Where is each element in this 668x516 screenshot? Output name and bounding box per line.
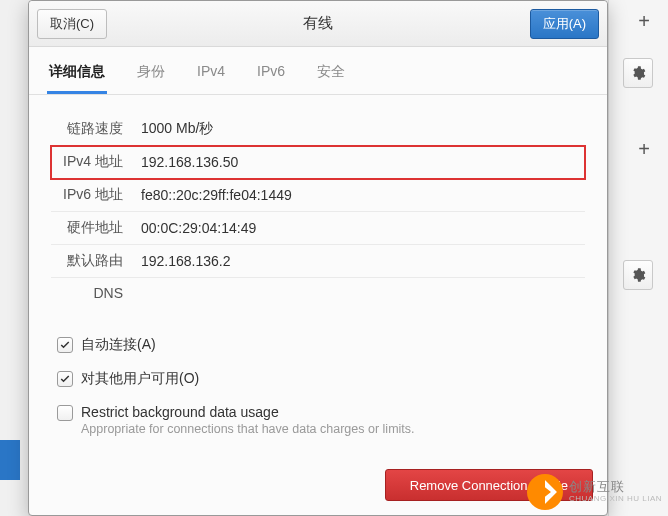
watermark-text: 创新互联 CHUANG XIN HU LIAN — [569, 480, 662, 503]
row-ipv4: IPv4 地址 192.168.136.50 — [51, 146, 585, 179]
gear-icon — [630, 267, 646, 283]
plus-icon[interactable]: + — [638, 10, 650, 33]
apply-button[interactable]: 应用(A) — [530, 9, 599, 39]
label-ipv6: IPv6 地址 — [51, 179, 129, 212]
checkbox-checked-icon[interactable] — [57, 337, 73, 353]
label-mac: 硬件地址 — [51, 212, 129, 245]
watermark: 创新互联 CHUANG XIN HU LIAN — [527, 474, 662, 510]
checkbox-checked-icon[interactable] — [57, 371, 73, 387]
gear-button-1[interactable] — [623, 58, 653, 88]
details-table: 链路速度 1000 Mb/秒 IPv4 地址 192.168.136.50 IP… — [51, 113, 585, 308]
label-link-speed: 链路速度 — [51, 113, 129, 146]
value-mac: 00:0C:29:04:14:49 — [129, 212, 585, 245]
label-dns: DNS — [51, 278, 129, 309]
titlebar: 取消(C) 有线 应用(A) — [29, 1, 607, 47]
option-auto-connect[interactable]: 自动连接(A) — [57, 336, 585, 354]
tab-security[interactable]: 安全 — [315, 57, 347, 94]
tab-bar: 详细信息 身份 IPv4 IPv6 安全 — [29, 47, 607, 95]
label-gateway: 默认路由 — [51, 245, 129, 278]
restrict-subtitle: Appropriate for connections that have da… — [81, 422, 415, 436]
value-ipv4: 192.168.136.50 — [129, 146, 585, 179]
value-ipv6: fe80::20c:29ff:fe04:1449 — [129, 179, 585, 212]
row-link-speed: 链路速度 1000 Mb/秒 — [51, 113, 585, 146]
option-available-all[interactable]: 对其他用户可用(O) — [57, 370, 585, 388]
tab-identity[interactable]: 身份 — [135, 57, 167, 94]
row-gateway: 默认路由 192.168.136.2 — [51, 245, 585, 278]
auto-connect-label: 自动连接(A) — [81, 336, 156, 354]
value-dns — [129, 278, 585, 309]
content-area: 链路速度 1000 Mb/秒 IPv4 地址 192.168.136.50 IP… — [29, 95, 607, 459]
cancel-button[interactable]: 取消(C) — [37, 9, 107, 39]
row-dns: DNS — [51, 278, 585, 309]
tab-ipv6[interactable]: IPv6 — [255, 57, 287, 94]
bg-right-column: + + — [608, 0, 668, 516]
bg-selection-strip — [0, 440, 20, 480]
connection-dialog: 取消(C) 有线 应用(A) 详细信息 身份 IPv4 IPv6 安全 链路速度… — [28, 0, 608, 516]
value-gateway: 192.168.136.2 — [129, 245, 585, 278]
restrict-title: Restrict background data usage — [81, 404, 415, 420]
row-mac: 硬件地址 00:0C:29:04:14:49 — [51, 212, 585, 245]
dialog-title: 有线 — [107, 14, 530, 33]
watermark-py: CHUANG XIN HU LIAN — [569, 495, 662, 504]
row-ipv6: IPv6 地址 fe80::20c:29ff:fe04:1449 — [51, 179, 585, 212]
checkbox-unchecked-icon[interactable] — [57, 405, 73, 421]
gear-button-2[interactable] — [623, 260, 653, 290]
available-all-label: 对其他用户可用(O) — [81, 370, 199, 388]
value-link-speed: 1000 Mb/秒 — [129, 113, 585, 146]
watermark-cn: 创新互联 — [569, 480, 662, 494]
dialog-footer: Remove Connection Profile — [29, 459, 607, 515]
tab-details[interactable]: 详细信息 — [47, 57, 107, 94]
label-ipv4: IPv4 地址 — [51, 146, 129, 179]
plus-icon[interactable]: + — [638, 138, 650, 161]
tab-ipv4[interactable]: IPv4 — [195, 57, 227, 94]
option-restrict-bg[interactable]: Restrict background data usage Appropria… — [57, 404, 585, 436]
gear-icon — [630, 65, 646, 81]
watermark-logo-icon — [527, 474, 563, 510]
options-section: 自动连接(A) 对其他用户可用(O) Restrict background d… — [51, 336, 585, 436]
